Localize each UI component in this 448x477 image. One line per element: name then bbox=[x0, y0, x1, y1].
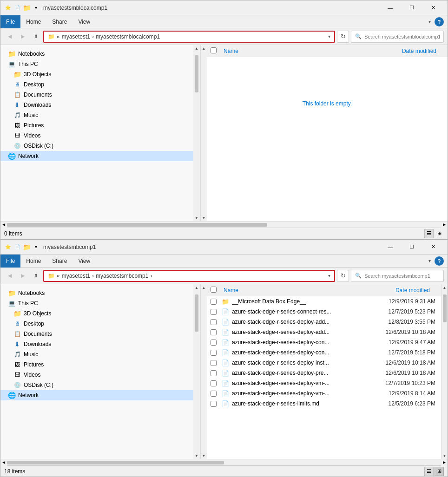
menu-share-2[interactable]: Share bbox=[46, 255, 72, 268]
hscroll-right-2[interactable]: ▶ bbox=[441, 459, 448, 466]
file-checkbox-2[interactable] bbox=[211, 319, 222, 325]
sidebar-item-downloads-1[interactable]: ⬇ Downloads bbox=[0, 100, 193, 110]
col-date-header-1[interactable]: Date modified bbox=[369, 48, 444, 54]
help-button-2[interactable]: ? bbox=[435, 256, 444, 266]
file-checkbox-4[interactable] bbox=[211, 340, 222, 346]
header-checkbox-2[interactable] bbox=[211, 287, 222, 294]
file-item-1[interactable]: 📄 azure-stack-edge-r-series-connect-res.… bbox=[207, 307, 441, 317]
file-checkbox-10[interactable] bbox=[211, 401, 222, 407]
file-checkbox-1[interactable] bbox=[211, 309, 222, 315]
file-checkbox-5[interactable] bbox=[211, 350, 222, 356]
dropdown-icon[interactable]: ▾ bbox=[32, 4, 40, 12]
select-all-2[interactable] bbox=[211, 287, 217, 293]
sidebar-item-network-2[interactable]: 🌐 Network bbox=[0, 390, 193, 400]
file-check-2[interactable] bbox=[211, 319, 217, 325]
menu-home-2[interactable]: Home bbox=[20, 255, 46, 268]
sidebar-item-network-1[interactable]: 🌐 Network bbox=[0, 151, 193, 161]
address-dropdown-1[interactable]: ▾ bbox=[328, 34, 330, 39]
hscroll-left-2[interactable]: ◀ bbox=[0, 459, 7, 466]
file-check-9[interactable] bbox=[211, 391, 217, 397]
close-button-1[interactable]: ✕ bbox=[422, 0, 444, 15]
up-button-2[interactable]: ⬆ bbox=[30, 270, 41, 281]
file-check-1[interactable] bbox=[211, 309, 217, 315]
file-check-3[interactable] bbox=[211, 329, 217, 335]
sidebar-item-pictures-2[interactable]: 🖼 Pictures bbox=[0, 359, 193, 370]
col-name-header-1[interactable]: Name bbox=[222, 48, 369, 54]
search-box-2[interactable]: 🔍 bbox=[351, 270, 444, 282]
header-checkbox-1[interactable] bbox=[211, 47, 222, 55]
file-item-5[interactable]: 📄 azure-stack-edge-r-series-deploy-con..… bbox=[207, 347, 441, 358]
refresh-button-1[interactable]: ↻ bbox=[337, 31, 349, 43]
menu-file-2[interactable]: File bbox=[0, 255, 20, 268]
menu-view-2[interactable]: View bbox=[72, 255, 96, 268]
menu-view-1[interactable]: View bbox=[72, 15, 96, 28]
file-check-6[interactable] bbox=[211, 360, 217, 366]
file-item-6[interactable]: 📄 azure-stack-edge-r-series-deploy-inst.… bbox=[207, 358, 441, 368]
dropdown-icon-2[interactable]: ▾ bbox=[32, 243, 40, 251]
col-date-header-2[interactable]: Date modified bbox=[363, 287, 437, 294]
main-scroll-down-2[interactable]: ▼ bbox=[201, 452, 207, 459]
file-check-7[interactable] bbox=[211, 370, 217, 376]
search-input-1[interactable] bbox=[364, 34, 440, 39]
address-dropdown-2[interactable]: ▾ bbox=[328, 273, 330, 278]
sidebar-item-thispc-1[interactable]: 💻 This PC bbox=[0, 59, 193, 69]
back-button-2[interactable]: ◀ bbox=[4, 270, 15, 281]
back-button-1[interactable]: ◀ bbox=[4, 31, 15, 42]
file-check-5[interactable] bbox=[211, 350, 217, 356]
sidebar-item-videos-1[interactable]: 🎞 Videos bbox=[0, 131, 193, 141]
close-button-2[interactable]: ✕ bbox=[422, 240, 444, 255]
forward-button-1[interactable]: ▶ bbox=[17, 31, 28, 42]
scroll-up-2[interactable]: ▲ bbox=[193, 284, 200, 291]
maximize-button-1[interactable]: ☐ bbox=[401, 0, 422, 15]
scroll-up-1[interactable]: ▲ bbox=[193, 45, 200, 52]
file-scroll-up-2[interactable]: ▲ bbox=[441, 284, 448, 291]
file-checkbox-0[interactable] bbox=[211, 299, 222, 305]
main-scroll-up-2[interactable]: ▲ bbox=[201, 284, 207, 291]
file-scroll-down-2[interactable]: ▼ bbox=[441, 452, 448, 459]
forward-button-2[interactable]: ▶ bbox=[17, 270, 28, 281]
file-check-4[interactable] bbox=[211, 340, 217, 346]
file-item-4[interactable]: 📄 azure-stack-edge-r-series-deploy-con..… bbox=[207, 337, 441, 347]
sidebar-item-osdisk-2[interactable]: 💿 OSDisk (C:) bbox=[0, 380, 193, 390]
sidebar-item-documents-2[interactable]: 📋 Documents bbox=[0, 329, 193, 339]
file-checkbox-6[interactable] bbox=[211, 360, 222, 366]
hscroll-right-1[interactable]: ▶ bbox=[441, 222, 448, 228]
main-scroll-up-1[interactable]: ▲ bbox=[201, 45, 207, 52]
sidebar-item-3dobjects-1[interactable]: 📁 3D Objects bbox=[0, 69, 193, 79]
select-all-1[interactable] bbox=[211, 47, 217, 53]
file-checkbox-3[interactable] bbox=[211, 329, 222, 335]
file-check-10[interactable] bbox=[211, 401, 217, 407]
file-item-0[interactable]: 📁 __Microsoft Data Box Edge__ 12/9/2019 … bbox=[207, 296, 441, 307]
sidebar-item-desktop-1[interactable]: 🖥 Desktop bbox=[0, 79, 193, 90]
file-checkbox-8[interactable] bbox=[211, 380, 222, 386]
sidebar-item-osdisk-1[interactable]: 💿 OSDisk (C:) bbox=[0, 141, 193, 151]
sidebar-item-notebooks-2[interactable]: 📁 Notebooks bbox=[0, 288, 193, 298]
file-item-7[interactable]: 📄 azure-stack-edge-r-series-deploy-pre..… bbox=[207, 368, 441, 378]
sidebar-item-desktop-2[interactable]: 🖥 Desktop bbox=[0, 319, 193, 329]
sidebar-item-music-1[interactable]: 🎵 Music bbox=[0, 110, 193, 120]
address-box-2[interactable]: 📁 « myasetest1 › myasetestsmbcomp1 › ▾ bbox=[43, 270, 335, 282]
sidebar-item-music-2[interactable]: 🎵 Music bbox=[0, 349, 193, 359]
sidebar-item-videos-2[interactable]: 🎞 Videos bbox=[0, 370, 193, 380]
ribbon-collapse-1[interactable]: ▾ bbox=[428, 19, 431, 24]
file-checkbox-7[interactable] bbox=[211, 370, 222, 376]
sidebar-item-documents-1[interactable]: 📋 Documents bbox=[0, 90, 193, 100]
scroll-down-1[interactable]: ▼ bbox=[193, 215, 200, 221]
file-checkbox-9[interactable] bbox=[211, 391, 222, 397]
help-button-1[interactable]: ? bbox=[435, 17, 444, 26]
view-details-btn-1[interactable]: ☰ bbox=[424, 229, 434, 238]
search-input-2[interactable] bbox=[364, 273, 440, 279]
file-check-8[interactable] bbox=[211, 380, 217, 386]
file-check-0[interactable] bbox=[211, 299, 217, 305]
sidebar-item-3dobjects-2[interactable]: 📁 3D Objects bbox=[0, 308, 193, 319]
search-box-1[interactable]: 🔍 bbox=[351, 31, 444, 43]
refresh-button-2[interactable]: ↻ bbox=[337, 270, 349, 282]
file-item-2[interactable]: 📄 azure-stack-edge-r-series-deploy-add..… bbox=[207, 317, 441, 327]
view-large-btn-1[interactable]: ⊞ bbox=[435, 229, 444, 238]
maximize-button-2[interactable]: ☐ bbox=[401, 240, 422, 255]
file-item-8[interactable]: 📄 azure-stack-edge-r-series-deploy-vm-..… bbox=[207, 378, 441, 388]
up-button-1[interactable]: ⬆ bbox=[30, 31, 41, 42]
file-item-10[interactable]: 📄 azure-stack-edge-r-series-limits.md 12… bbox=[207, 399, 441, 409]
col-name-header-2[interactable]: Name bbox=[222, 287, 363, 294]
hscroll-left-1[interactable]: ◀ bbox=[0, 222, 7, 228]
